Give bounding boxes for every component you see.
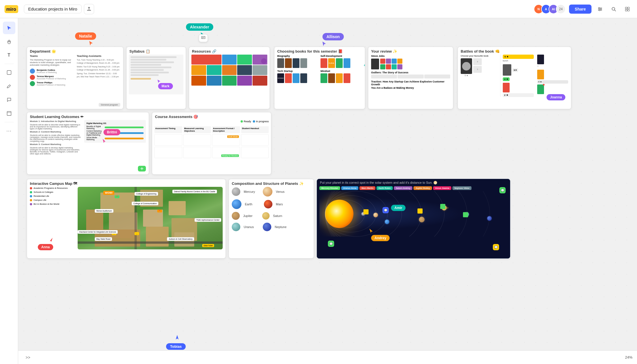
svg-rect-15 [7, 71, 11, 75]
composition-title: Composition and Structure of Planets ✨ [229, 179, 314, 187]
label-green1: 📍 [115, 195, 119, 198]
syllabus-panel: Syllabus 📋 [126, 47, 186, 109]
tool-more[interactable]: ··· [3, 125, 15, 137]
cursor-brittni: Brittni [104, 129, 120, 135]
chat-bubble-alexander [199, 34, 208, 42]
books-panel: Choosing books for this semester 📕 Biogr… [274, 47, 365, 109]
avatar-count: 24 [556, 4, 566, 14]
miro-logo[interactable]: miro [5, 4, 20, 14]
assessments-panel: Course Assessments 🎯 Ready In progress A… [152, 112, 271, 175]
student-venus: Venus Joanna [433, 186, 451, 190]
svg-line-10 [615, 10, 616, 11]
svg-rect-16 [7, 111, 11, 115]
zoom-level: 24% [625, 355, 632, 359]
planet-neptune-orbit [487, 216, 492, 221]
solar-panel: Put your planet in its correct spot in t… [317, 179, 510, 258]
student-neptune: Neptune Viktor [452, 186, 471, 190]
sticky-jupiter-planet [417, 208, 423, 214]
planet-row-uranus: Uranus Neptune [232, 223, 311, 231]
sticky-mercury-planet [363, 209, 369, 214]
label-morse: Morse Auditorium [95, 209, 113, 213]
books-techstartup: Tech Startup HOOKED [277, 70, 319, 83]
cursor-tobias: Tobias [166, 343, 186, 350]
battles-title: Battles of the book 👊 [458, 47, 571, 55]
label-tsai: TSAI rephromance Center [195, 218, 221, 222]
planet-row-mercury: Mercury Venus [232, 187, 311, 197]
student-uranus: Uranus Anna [341, 186, 358, 190]
tool-frame[interactable] [3, 107, 15, 120]
battles-panel: Battles of the book 👊 Choose your favour… [458, 47, 571, 109]
cursor-amir-solar: Amir [391, 205, 406, 211]
svg-point-7 [600, 9, 601, 10]
department-panel: Department 🌟 Teams The Marketing Program… [27, 47, 123, 109]
planet-row-earth: Earth Mars [232, 199, 311, 209]
label-engineering: College of Engineering [135, 192, 158, 196]
student-jupiter: Jupiter Bobby [413, 186, 432, 190]
label-baystate: Bay State Road [95, 237, 112, 241]
resources-panel: Resources 🔗 [189, 47, 270, 109]
upload-button[interactable] [84, 4, 94, 14]
outcomes-title: Student Learning Outcomes ✏ [27, 112, 149, 120]
canvas: Natalie Alexander Allison Department 🌟 T… [18, 18, 637, 364]
cursor-alexander: Alexander [186, 23, 213, 31]
books-selfdev: Self-Development F.I.R.E. [320, 55, 362, 68]
books-title: Choosing books for this semester 📕 [274, 47, 365, 55]
cursor-andrey: Andrey [371, 235, 390, 241]
review-title: Your review ✨ [368, 47, 453, 55]
svg-rect-14 [628, 9, 629, 11]
chat-icon-bottom-right: 💬 [493, 244, 499, 250]
planet-earth-orbit [385, 220, 389, 224]
svg-text:miro: miro [6, 7, 16, 12]
tool-pen[interactable] [3, 80, 15, 92]
svg-rect-11 [625, 7, 627, 9]
label-comms: College of Communication [132, 202, 158, 205]
cursor-natalie: Natalie [75, 32, 96, 40]
expand-button[interactable]: >> [23, 353, 33, 361]
syllabus-title: Syllabus 📋 [127, 47, 186, 55]
cursor-joanna: Joanna [547, 94, 565, 100]
svg-rect-13 [625, 9, 627, 11]
wow-sticky: WOW! [103, 191, 114, 195]
campus-panel: Interactive Campus Map 🗺 Academic Progra… [27, 179, 226, 258]
label-klachand: Klachand Center for Integrated Life Scie… [78, 230, 118, 234]
cursor-anna: Anna [38, 244, 53, 250]
header-title-box[interactable]: Education projects in Miro [24, 5, 82, 13]
svg-point-8 [599, 10, 600, 11]
svg-rect-12 [628, 7, 629, 9]
separator-1 [5, 64, 14, 64]
books-mindset: Mindset [320, 70, 362, 83]
student-saturn: Saturn Andrey [394, 186, 412, 190]
planet-jupiter-orbit [419, 217, 425, 222]
planet-row-jupiter: Jupiter Saturn [232, 212, 311, 220]
chat-icon-top: 💬 [499, 187, 506, 193]
composition-panel: Composition and Structure of Planets ✨ M… [229, 179, 314, 258]
grid-icon[interactable] [622, 4, 632, 14]
assessments-title: Course Assessments 🎯 [152, 112, 271, 120]
header-title: Education projects in Miro [28, 7, 77, 11]
share-button[interactable]: Share [569, 5, 592, 14]
sticky-uranus-planet [463, 212, 468, 217]
campus-title: Interactive Campus Map 🗺 [27, 179, 226, 187]
tool-hand[interactable] [3, 35, 15, 48]
planet-venus-orbit [373, 213, 378, 217]
tool-text[interactable]: T [3, 49, 15, 61]
cursor-allison: Allison [322, 33, 344, 40]
tool-sticky[interactable] [3, 66, 15, 79]
search-icon[interactable] [609, 4, 619, 14]
bottom-bar: >> 24% [18, 350, 637, 364]
svg-rect-2 [87, 10, 91, 11]
student-earth: Earth Robin [377, 186, 393, 190]
department-title: Department 🌟 [27, 47, 123, 55]
label-alumni: Dahod Family Alumni Centers in the BU Ca… [172, 190, 217, 193]
resources-title: Resources 🔗 [189, 47, 270, 55]
outcomes-panel: Student Learning Outcomes ✏ Module 1: In… [27, 112, 149, 175]
tool-select[interactable] [3, 22, 15, 34]
tool-comment[interactable] [3, 94, 15, 106]
student-mars: Mars Martin [359, 186, 375, 190]
svg-point-6 [599, 7, 600, 9]
chat-icon-solar: 💬 [382, 207, 389, 213]
label-yellow2: ... [135, 232, 139, 235]
avatar-group: N A Al 24 [534, 4, 566, 14]
filter-icon[interactable] [595, 4, 605, 14]
sticky-saturn-planet [440, 204, 445, 209]
